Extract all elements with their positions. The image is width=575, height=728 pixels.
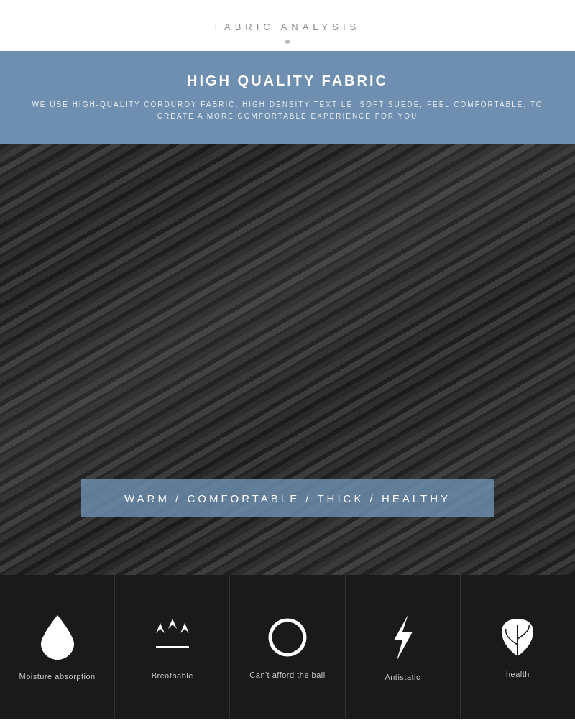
drop-icon [40,615,75,660]
line-right [294,42,532,42]
quality-banner: HIGH QUALITY FABRIC WE USE HIGH-QUALITY … [0,51,575,144]
svg-point-4 [270,620,305,655]
fabric-analysis-header: FABRIC ANALYSIS [0,0,575,51]
lightning-icon [388,614,417,660]
svg-marker-0 [156,623,165,645]
circle-outline-icon [267,617,308,658]
feature-breathable: Breathable [115,575,230,719]
feature-moisture: Moisture absorption [0,575,115,719]
arrows-up-icon [153,616,192,659]
pilling-label: Can't afford the ball [249,670,325,681]
dot-center [285,40,290,44]
line-left [43,42,281,42]
fabric-image: WARM / COMFORTABLE / THICK / HEALTHY [0,144,575,575]
breathable-label: Breathable [152,671,193,681]
feature-health: health [461,575,575,719]
warm-text: WARM / COMFORTABLE / THICK / HEALTHY [124,492,451,504]
svg-marker-5 [394,614,413,660]
antistatic-label: Antistatic [385,672,420,683]
svg-marker-1 [168,619,177,645]
feature-pilling: Can't afford the ball [230,575,345,719]
banner-description: WE USE HIGH-QUALITY CORDUROY FABRIC, HIG… [29,99,546,122]
divider-line [43,40,532,44]
moisture-label: Moisture absorption [19,671,96,682]
section-title: FABRIC ANALYSIS [14,22,561,32]
warm-overlay-strip: WARM / COMFORTABLE / THICK / HEALTHY [81,479,494,517]
features-bar: Moisture absorption Breathable Can't aff… [0,575,575,719]
svg-rect-3 [156,646,189,648]
feature-antistatic: Antistatic [346,575,461,719]
svg-marker-2 [180,623,189,645]
health-label: health [506,669,530,680]
leaf-icon [497,617,538,658]
banner-title: HIGH QUALITY FABRIC [29,73,546,89]
